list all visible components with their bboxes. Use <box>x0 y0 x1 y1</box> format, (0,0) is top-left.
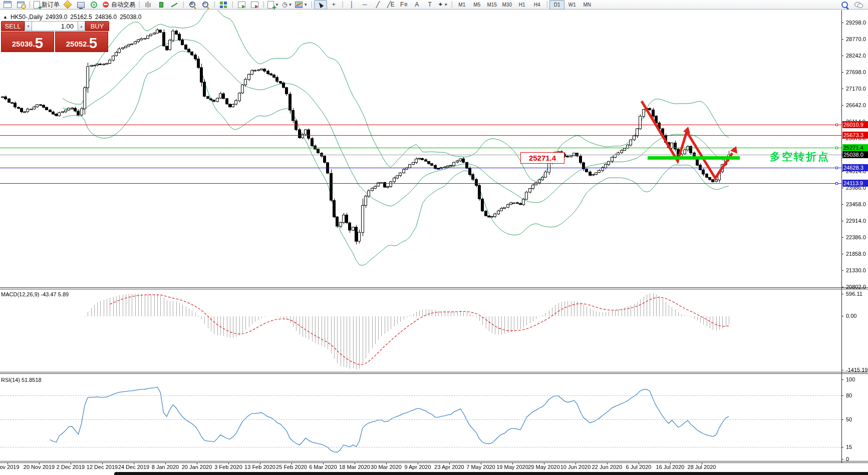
tile-windows-icon <box>219 1 227 9</box>
timeframe-d1-button[interactable]: D1 <box>549 0 564 10</box>
volume-input[interactable]: 1.00 <box>32 21 78 31</box>
trendline-icon: ╱ <box>376 1 380 8</box>
toolbar-separator <box>263 1 264 8</box>
search-icon <box>841 2 848 8</box>
timeframe-w1-button[interactable]: W1 <box>564 0 580 10</box>
chart-shift-icon-button[interactable] <box>248 0 261 10</box>
timeframe-h1-button[interactable]: H1 <box>514 0 529 10</box>
dropdown-arrow-icon[interactable]: ▼ <box>304 3 308 7</box>
chat-button[interactable] <box>851 0 864 10</box>
arrows-icon-button[interactable]: ✦▼ <box>436 0 449 10</box>
sell-button[interactable]: SELL <box>1 21 25 31</box>
signals-icon-button[interactable] <box>87 0 100 10</box>
arrows-icon: ✦ <box>438 1 443 8</box>
rsi-indicator-label: RSI(14) 51.8518 <box>1 377 42 383</box>
data-window-icon <box>17 2 25 8</box>
channel-icon-button[interactable]: ╱E <box>384 0 397 10</box>
turning-point-annotation[interactable]: 多空转折点 <box>770 150 830 164</box>
ohlc-close: 25038.0 <box>120 14 141 21</box>
timeframe-m5-button[interactable]: M5 <box>469 0 484 10</box>
cursor-icon <box>318 1 324 8</box>
text-icon-button[interactable]: A <box>410 0 423 10</box>
buy-price: 25052. <box>66 38 89 51</box>
toolbar-separator <box>214 1 215 8</box>
autotrading-button[interactable]: 自动交易 <box>100 0 137 10</box>
ohlc-open: 24939.0 <box>46 14 67 21</box>
ohlc-low: 24836.0 <box>95 14 117 21</box>
level-price-label[interactable]: 25271.4 <box>520 152 564 164</box>
trendline-icon-button[interactable]: ╱ <box>371 0 384 10</box>
bar-chart-icon-button[interactable] <box>142 0 155 10</box>
templates-icon <box>295 2 303 8</box>
timeframe-m30-button[interactable]: M30 <box>499 0 514 10</box>
bar-chart-icon <box>144 1 152 9</box>
new-order-button[interactable]: 新订单 <box>32 0 61 10</box>
crosshair-icon: + <box>332 1 336 8</box>
new-order-button-label: 新订单 <box>42 1 60 9</box>
candlestick-chart-icon-button[interactable] <box>155 0 168 10</box>
ohlc-high: 25162.5 <box>70 14 92 21</box>
text-icon: A <box>415 1 419 8</box>
dropdown-arrow-icon[interactable]: ▼ <box>288 3 292 7</box>
auto-scroll-icon-button[interactable] <box>235 0 248 10</box>
zoom-in-icon: + <box>189 2 195 8</box>
vertical-line-icon: │ <box>350 1 354 8</box>
zoom-in-icon-button[interactable]: + <box>186 0 199 10</box>
toolbar: 新订单自动交易+−▼◷▼▼+│─╱╱EF≡AT✦▼M1M5M15M30H1H4D… <box>0 0 868 10</box>
timeframe-m15-button[interactable]: M15 <box>484 0 499 10</box>
volume-increase-button[interactable]: ▲ <box>78 21 85 31</box>
one-click-trade-panel: SELL ▼ 1.00 ▲ BUY 25036.5 25052.5 <box>1 21 109 52</box>
signals-icon <box>91 2 97 8</box>
timeframe-mn-button[interactable]: MN <box>580 0 595 10</box>
periods-icon: ◷ <box>282 1 287 8</box>
timeframe-h4-button[interactable]: H4 <box>529 0 544 10</box>
zoom-out-icon-button[interactable]: − <box>199 0 212 10</box>
toolbar-separator <box>183 1 184 8</box>
timeframe-m1-button[interactable]: M1 <box>454 0 469 10</box>
line-chart-icon-button[interactable] <box>168 0 181 10</box>
sell-price: 25036. <box>12 38 35 51</box>
autotrading-button-label: 自动交易 <box>111 1 135 9</box>
symbol-header: ▲ HK50-,Daily 24939.0 25162.5 24836.0 25… <box>3 14 142 21</box>
templates-icon-button[interactable]: ▼ <box>294 0 309 10</box>
volume-decrease-button[interactable]: ▼ <box>25 21 32 31</box>
label-icon-button[interactable]: T <box>423 0 436 10</box>
vertical-line-icon-button[interactable]: │ <box>345 0 358 10</box>
taskbar-strip <box>0 471 868 475</box>
thick-green-level-segment[interactable] <box>648 156 740 160</box>
metaeditor-icon <box>64 1 72 9</box>
toolbar-separator <box>311 1 312 8</box>
chart-window[interactable]: 29298.028770.028242.027698.027170.026642… <box>0 10 868 475</box>
data-window-icon-button[interactable] <box>14 0 27 10</box>
periods-icon-button[interactable]: ◷▼ <box>280 0 294 10</box>
symbol-title: HK50-,Daily <box>11 14 43 21</box>
chart-shift-icon <box>251 2 258 8</box>
toolbar-separator <box>342 1 343 8</box>
buy-button[interactable]: BUY <box>85 21 109 31</box>
horizontal-line-icon-button[interactable]: ─ <box>358 0 371 10</box>
horizontal-line-icon: ─ <box>363 1 367 8</box>
dropdown-arrow-icon[interactable]: ▼ <box>444 3 448 7</box>
metaeditor-icon-button[interactable] <box>61 0 74 10</box>
chat-icon <box>854 2 861 7</box>
indicators-icon-button[interactable]: ▼ <box>266 0 280 10</box>
macd-indicator-label: MACD(12,26,9) -43.47 5.89 <box>1 291 69 297</box>
crosshair-icon-button[interactable]: + <box>327 0 340 10</box>
toolbar-separator <box>29 1 30 8</box>
trend-zigzag-arrows[interactable] <box>0 10 868 475</box>
zoom-out-icon: − <box>202 2 208 8</box>
new-window-icon-button[interactable] <box>1 0 14 10</box>
collapse-panel-icon[interactable]: ▲ <box>3 15 8 20</box>
buy-price-button[interactable]: 25052.5 <box>55 32 108 52</box>
tile-windows-icon-button[interactable] <box>217 0 230 10</box>
new-window-icon <box>4 1 12 8</box>
terminal-icon-button[interactable] <box>74 0 87 10</box>
sell-price-button[interactable]: 25036.5 <box>1 32 54 52</box>
autotrading-button <box>103 2 109 8</box>
buy-price-big-digit: 5 <box>89 36 98 51</box>
line-chart-icon <box>170 1 178 9</box>
cursor-icon-button[interactable] <box>314 0 327 10</box>
channel-icon: ╱E <box>387 1 395 8</box>
fibonacci-icon-button[interactable]: F≡ <box>397 0 410 10</box>
search-button[interactable] <box>838 0 851 10</box>
